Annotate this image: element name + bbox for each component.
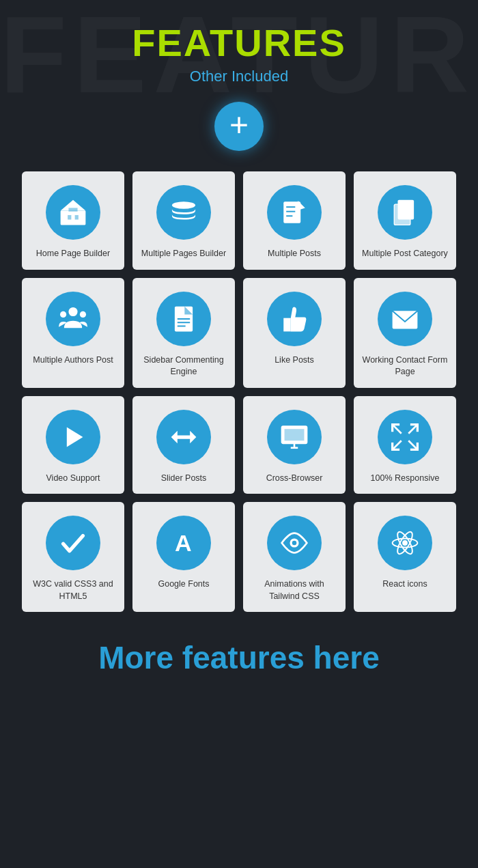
svg-text:A: A (175, 530, 192, 556)
card-slider-posts: Slider Posts (132, 396, 235, 494)
page-title: FEATURES (132, 20, 346, 65)
atom-icon (378, 516, 432, 570)
svg-rect-4 (68, 208, 77, 211)
svg-marker-21 (67, 427, 83, 447)
card-label: Cross-Browser (266, 473, 323, 485)
card-sidebar-commenting-engine: Sidebar Commenting Engine (132, 278, 235, 388)
card-cross-browser: Cross-Browser (243, 396, 346, 494)
svg-rect-27 (285, 429, 305, 440)
card-multiple-post-category: Multiple Post Category (354, 171, 456, 270)
svg-point-15 (80, 311, 86, 317)
card-multiple-pages-builder: Multiple Pages Builder (132, 171, 235, 270)
svg-rect-3 (75, 215, 79, 220)
card-video-support: Video Support (22, 396, 124, 494)
edit-icon (267, 185, 322, 240)
card-label: Google Fonts (158, 578, 209, 591)
svg-rect-6 (283, 201, 300, 223)
card-label: Sidebar Commenting Engine (139, 354, 228, 378)
card-label: Multiple Authors Post (33, 354, 113, 367)
eye-icon (267, 516, 322, 570)
card-label: Slider Posts (161, 473, 207, 485)
card-label: Video Support (46, 473, 100, 485)
card-like-posts: Like Posts (243, 278, 346, 388)
svg-line-28 (393, 424, 402, 433)
card-label: W3C valid CSS3 and HTML5 (29, 578, 117, 602)
card-label: React icons (382, 578, 427, 591)
card-home-page-builder: Home Page Builder (22, 171, 124, 270)
card-label: Animations with Tailwind CSS (250, 578, 339, 602)
card-multiple-posts: Multiple Posts (243, 171, 346, 270)
svg-point-34 (292, 541, 297, 546)
svg-rect-0 (61, 210, 86, 225)
layers-icon (156, 185, 211, 240)
svg-rect-11 (394, 204, 410, 225)
card-label: Home Page Builder (36, 248, 110, 260)
copy-icon (378, 185, 432, 240)
monitor-icon (267, 410, 322, 464)
arrows-icon (156, 410, 211, 464)
thumbsup-icon (267, 292, 322, 346)
card-w3c-valid: W3C valid CSS3 and HTML5 (22, 502, 124, 612)
svg-rect-2 (68, 215, 71, 220)
play-icon (46, 410, 100, 464)
card-label: Multiple Post Category (362, 248, 448, 260)
svg-point-5 (172, 201, 195, 209)
card-animations-tailwind: Animations with Tailwind CSS (243, 502, 346, 612)
card-google-fonts: AGoogle Fonts (132, 502, 235, 612)
features-grid: Home Page BuilderMultiple Pages BuilderM… (8, 171, 470, 612)
building-icon (46, 185, 100, 240)
card-working-contact-form-page: Working Contact Form Page (354, 278, 456, 388)
svg-point-14 (60, 311, 66, 317)
card-label: Like Posts (275, 354, 314, 367)
users-icon (46, 292, 100, 346)
card-label: 100% Responsive (371, 473, 440, 485)
card-100-responsive: 100% Responsive (354, 396, 456, 494)
svg-line-29 (408, 424, 417, 433)
svg-point-13 (68, 307, 77, 316)
plus-button[interactable]: + (214, 102, 264, 151)
svg-point-35 (402, 540, 408, 546)
svg-line-30 (393, 440, 402, 449)
card-react-icons: React icons (354, 502, 456, 612)
checkmark-icon (46, 516, 100, 570)
plus-icon: + (229, 109, 249, 141)
svg-marker-22 (171, 430, 197, 443)
page-subtitle: Other Included (190, 68, 288, 85)
svg-line-31 (408, 440, 417, 449)
envelope-icon (378, 292, 432, 346)
document-icon (156, 292, 211, 346)
card-label: Multiple Posts (268, 248, 321, 260)
card-multiple-authors-post: Multiple Authors Post (22, 278, 124, 388)
expand-icon (378, 410, 432, 464)
font-icon: A (156, 516, 211, 570)
footer-cta: More features here (98, 639, 380, 676)
card-label: Working Contact Form Page (361, 354, 449, 378)
card-label: Multiple Pages Builder (141, 248, 226, 260)
